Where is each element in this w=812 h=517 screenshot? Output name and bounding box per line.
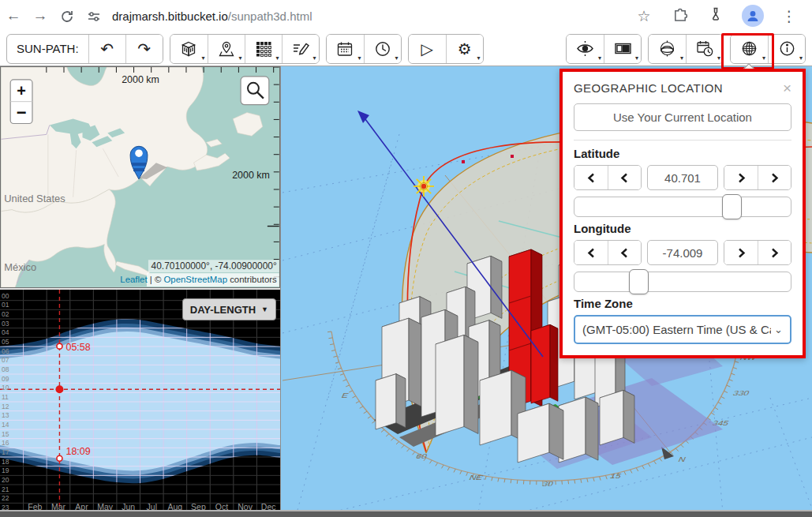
mouse-coordinates: 40.70100000°, -74.00900000° xyxy=(152,260,277,272)
left-column: 2000 km2000 kmUnited StatesMéxico40.7010… xyxy=(0,66,281,517)
chevron-left-icon xyxy=(620,173,629,183)
undo-button[interactable]: ↶ xyxy=(88,35,125,63)
building-red-tower[interactable] xyxy=(531,324,558,403)
visibility-button[interactable]: ▾ xyxy=(567,35,604,63)
longitude-value[interactable]: -74.009 xyxy=(647,240,718,265)
longitude-stepper: -74.009 xyxy=(574,240,791,265)
model-button[interactable]: ▾ xyxy=(170,35,208,63)
chevron-left-icon xyxy=(620,248,629,258)
chevron-right-icon xyxy=(770,173,779,183)
back-icon[interactable]: ← xyxy=(0,7,27,24)
longitude-slider-thumb[interactable] xyxy=(629,269,649,294)
chevron-left-icon xyxy=(587,248,596,258)
timezone-label: Time Zone xyxy=(574,297,791,310)
profile-avatar[interactable] xyxy=(742,5,764,27)
map-zoom-out-button[interactable]: − xyxy=(17,103,27,122)
calendar-button[interactable]: ▾ xyxy=(327,35,364,63)
latitude-increase-fast-button[interactable] xyxy=(758,166,791,189)
building[interactable] xyxy=(376,374,406,429)
forward-icon[interactable]: → xyxy=(27,7,54,24)
hour-tick-label: 02 xyxy=(2,310,9,318)
chevron-right-icon xyxy=(770,248,779,258)
settings-button[interactable]: ⚙▾ xyxy=(446,35,483,63)
address-bar[interactable]: drajmarsh.bitbucket.io/sunpath3d.html xyxy=(112,9,626,23)
browser-menu-icon[interactable]: ⋮ xyxy=(771,7,807,25)
sunrise-time-label: 05:58 xyxy=(65,342,90,353)
bookmark-star-icon[interactable]: ☆ xyxy=(626,7,662,25)
redo-button[interactable]: ↷ xyxy=(125,35,163,63)
gear-icon: ⚙ xyxy=(458,41,472,57)
chevron-down-icon: ⌄ xyxy=(774,324,783,335)
latitude-slider-thumb[interactable] xyxy=(722,194,742,219)
current-datetime-dot[interactable] xyxy=(55,385,63,393)
extensions-icon[interactable] xyxy=(662,6,698,25)
sunpath-sphere-button[interactable]: ▾ xyxy=(649,35,686,63)
url-path: /sunpath3d.html xyxy=(228,9,312,23)
url-host: drajmarsh.bitbucket.io xyxy=(112,9,228,23)
hour-tick-label: 13 xyxy=(2,411,9,419)
sunset-time-label: 18:09 xyxy=(65,446,90,457)
hour-tick-label: 15 xyxy=(2,430,9,438)
daylength-button-label: DAY-LENGTH xyxy=(190,304,256,316)
longitude-increase-fast-button[interactable] xyxy=(758,241,791,264)
sunrise-marker xyxy=(57,343,62,349)
map-attribution: Leaflet | © OpenStreetMap contributors xyxy=(120,275,277,284)
sun-marker[interactable] xyxy=(413,176,434,197)
hour-tick-label: 05 xyxy=(2,338,9,346)
geographic-location-panel: GEOGRAPHIC LOCATION × Use Your Current L… xyxy=(559,69,806,358)
leaflet-link[interactable]: Leaflet xyxy=(120,275,148,284)
daylength-chart[interactable]: 05:5818:09000102030405060708091011121314… xyxy=(0,288,280,514)
latitude-increase-button[interactable] xyxy=(724,166,758,189)
close-icon[interactable]: × xyxy=(783,81,791,96)
longitude-decrease-fast-button[interactable] xyxy=(574,241,608,264)
osm-link[interactable]: OpenStreetMap xyxy=(163,275,227,284)
model-group: ▾ ▾ ▾ ▾ xyxy=(170,34,320,64)
info-button[interactable]: ▾ xyxy=(768,35,805,63)
latitude-value[interactable]: 40.701 xyxy=(647,165,718,190)
edit-button[interactable]: ▾ xyxy=(282,35,319,63)
latitude-slider[interactable] xyxy=(574,197,791,217)
run-group: ▷ ⚙▾ xyxy=(408,34,484,64)
experiments-flask-icon[interactable] xyxy=(698,7,735,25)
building[interactable] xyxy=(518,403,563,463)
window-bottom-bar xyxy=(0,510,812,517)
location-button[interactable]: ▾ xyxy=(208,35,245,63)
hour-tick-label: 18 xyxy=(2,458,9,466)
building[interactable] xyxy=(436,335,478,436)
timezone-select[interactable]: (GMT-05:00) Eastern Time (US & Canad ⌄ xyxy=(574,315,791,344)
map-search-button[interactable] xyxy=(241,77,269,105)
building[interactable] xyxy=(559,397,598,463)
location-globe-button[interactable]: ▾ xyxy=(731,35,768,63)
sunpath-group: ▾ ▾ xyxy=(648,34,724,64)
hour-tick-label: 12 xyxy=(2,403,9,410)
sunset-marker xyxy=(57,455,62,461)
reload-icon[interactable] xyxy=(54,7,80,24)
use-current-location-button[interactable]: Use Your Current Location xyxy=(574,103,791,131)
play-button[interactable]: ▷ xyxy=(409,35,446,63)
clock-button[interactable]: ▾ xyxy=(364,35,401,63)
clock-icon xyxy=(374,40,391,58)
site-settings-icon[interactable] xyxy=(80,7,107,24)
latitude-decrease-fast-button[interactable] xyxy=(574,166,608,189)
date-time-button[interactable]: ▾ xyxy=(686,35,723,63)
daylength-dropdown-button[interactable]: DAY-LENGTH ▼ xyxy=(182,298,276,320)
map-zoom-in-button[interactable]: + xyxy=(17,82,26,99)
longitude-increase-button[interactable] xyxy=(724,241,758,264)
map-canvas[interactable]: 2000 km2000 kmUnited StatesMéxico40.7010… xyxy=(1,67,279,287)
grid-button[interactable]: ▾ xyxy=(245,35,282,63)
play-icon: ▷ xyxy=(421,41,432,57)
sunpath-sphere-icon xyxy=(658,39,676,58)
location-map[interactable]: 2000 km2000 kmUnited StatesMéxico40.7010… xyxy=(0,66,280,288)
daylength-canvas[interactable]: 05:5818:09000102030405060708091011121314… xyxy=(0,290,280,512)
latitude-decrease-button[interactable] xyxy=(608,166,641,189)
hour-tick-label: 20 xyxy=(2,476,9,484)
edit-pencil-icon xyxy=(292,40,309,58)
longitude-slider[interactable] xyxy=(574,272,791,292)
hour-tick-label: 17 xyxy=(2,448,9,456)
hour-tick-label: 11 xyxy=(2,393,9,401)
layout-button[interactable]: ▾ xyxy=(604,35,641,63)
longitude-decrease-button[interactable] xyxy=(608,241,641,264)
map-scale-top: 2000 km xyxy=(122,74,159,85)
layout-panels-icon xyxy=(614,39,632,58)
building[interactable] xyxy=(600,390,634,445)
